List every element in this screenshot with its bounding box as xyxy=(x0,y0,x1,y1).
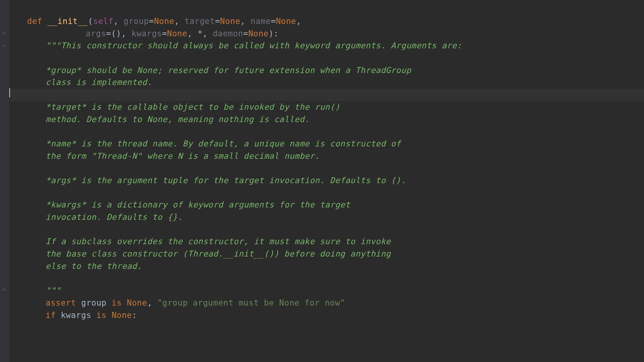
docstring-text: """This constructor should always be cal… xyxy=(46,41,462,50)
docstring-text: *kwargs* is a dictionary of keyword argu… xyxy=(46,200,350,209)
code-line[interactable]: def __init__(self, group=None, target=No… xyxy=(9,15,644,28)
code-line[interactable]: If a subclass overrides the constructor,… xyxy=(9,236,644,248)
function-name: __init__ xyxy=(48,17,88,26)
docstring-text: If a subclass overrides the constructor,… xyxy=(46,237,391,246)
code-line[interactable] xyxy=(9,52,644,65)
code-line[interactable]: method. Defaults to None, meaning nothin… xyxy=(9,114,644,126)
fold-marker-up-icon[interactable] xyxy=(1,287,7,293)
code-line[interactable] xyxy=(9,272,644,285)
fold-marker-icon[interactable] xyxy=(1,30,7,36)
code-line[interactable]: *args* is the argument tuple for the tar… xyxy=(9,175,644,187)
code-line[interactable]: """ xyxy=(9,285,644,297)
docstring-text: the form "Thread-N" where N is a small d… xyxy=(46,151,320,161)
code-editor[interactable]: def __init__(self, group=None, target=No… xyxy=(0,0,644,362)
keyword-is: is xyxy=(96,311,111,320)
docstring-text: *args* is the argument tuple for the tar… xyxy=(46,176,406,185)
keyword-none: None xyxy=(220,17,241,26)
keyword-def: def xyxy=(27,17,48,26)
param: daemon xyxy=(213,29,243,38)
keyword-none: None xyxy=(167,29,187,38)
keyword-is: is xyxy=(112,298,127,308)
docstring-close: """ xyxy=(46,286,61,295)
param-self: self xyxy=(93,17,114,26)
param: group xyxy=(124,17,149,26)
docstring-text: method. Defaults to None, meaning nothin… xyxy=(46,115,309,124)
param: args xyxy=(86,29,106,38)
code-line[interactable]: invocation. Defaults to {}. xyxy=(9,211,644,224)
keyword-none: None xyxy=(127,298,147,308)
keyword-none: None xyxy=(248,29,269,38)
keyword-none: None xyxy=(276,17,296,26)
code-line[interactable]: *target* is the callable object to be in… xyxy=(9,101,644,114)
code-line[interactable]: assert group is None, "group argument mu… xyxy=(9,297,644,309)
docstring-text: invocation. Defaults to {}. xyxy=(46,212,183,222)
code-line[interactable]: if kwargs is None: xyxy=(9,309,644,322)
docstring-text: else to the thread. xyxy=(46,262,142,271)
code-line-current[interactable] xyxy=(9,89,644,101)
keyword-none: None xyxy=(154,17,175,26)
fold-marker-icon[interactable] xyxy=(1,42,7,49)
code-line[interactable]: else to the thread. xyxy=(9,260,644,273)
punct: ( xyxy=(88,17,93,26)
code-line[interactable]: *kwargs* is a dictionary of keyword argu… xyxy=(9,199,644,211)
docstring-text: the base class constructor (Thread.__ini… xyxy=(46,249,391,258)
code-line[interactable]: *name* is the thread name. By default, a… xyxy=(9,138,644,150)
gutter[interactable] xyxy=(0,0,9,362)
keyword-if: if xyxy=(46,311,61,320)
code-line[interactable]: """This constructor should always be cal… xyxy=(9,40,644,52)
docstring-text: *target* is the callable object to be in… xyxy=(46,102,340,112)
docstring-text: *group* should be None; reserved for fut… xyxy=(46,66,411,75)
param: target xyxy=(185,17,215,26)
string-literal: "group argument must be None for now" xyxy=(157,298,345,308)
code-line[interactable] xyxy=(9,126,644,138)
param: kwargs xyxy=(131,29,162,38)
keyword-assert: assert xyxy=(46,298,81,308)
code-line[interactable] xyxy=(9,187,644,199)
docstring-text: *name* is the thread name. By default, a… xyxy=(46,139,401,148)
code-line[interactable]: the form "Thread-N" where N is a small d… xyxy=(9,150,644,163)
code-line[interactable] xyxy=(9,162,644,175)
code-line[interactable] xyxy=(9,224,644,236)
code-line[interactable]: class is implemented. xyxy=(9,76,644,89)
code-area[interactable]: def __init__(self, group=None, target=No… xyxy=(9,0,644,362)
code-line[interactable]: args=(), kwargs=None, *, daemon=None): xyxy=(9,28,644,40)
code-line[interactable]: *group* should be None; reserved for fut… xyxy=(9,65,644,77)
param: name xyxy=(250,17,271,26)
keyword-none: None xyxy=(112,311,132,320)
code-line[interactable]: the base class constructor (Thread.__ini… xyxy=(9,248,644,260)
docstring-text: class is implemented. xyxy=(46,78,152,87)
text-caret xyxy=(9,88,10,97)
